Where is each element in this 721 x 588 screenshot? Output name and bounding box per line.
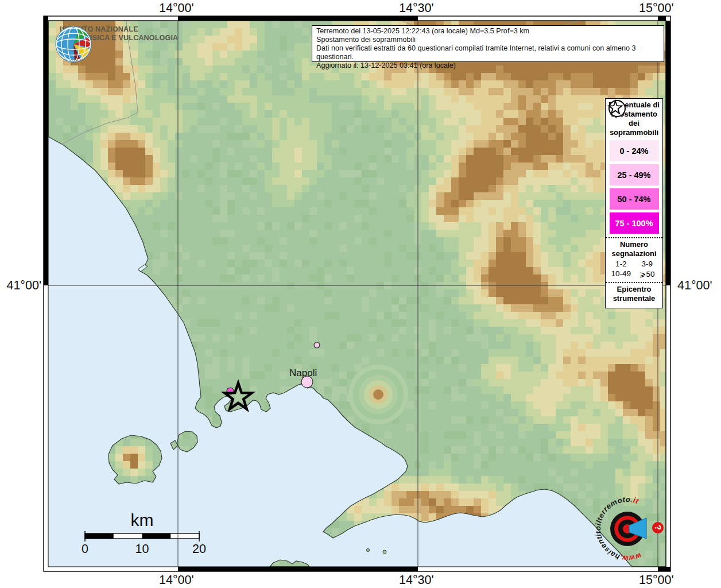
legend-size-class: 10-49 [608, 269, 634, 278]
legend-epicenter-title: Epicentro strumentale [606, 285, 662, 303]
axis-label: 14°30' [399, 573, 434, 587]
info-line-effect: Spostamento dei soprammobili [316, 36, 660, 44]
scale-bar-tick: 20 [192, 542, 206, 556]
report-dot [314, 342, 320, 348]
info-line-updated: Aggiornato il: 13-12-2025 03:41 (ora loc… [316, 61, 660, 70]
axis-label: 14°00' [159, 1, 194, 16]
info-line-source: Dati non verificati estratti da 60 quest… [316, 44, 660, 61]
vesuvius-rings [348, 365, 408, 424]
legend-pct-swatch: 50 - 74% [610, 188, 659, 210]
legend-pct-swatch: 75 - 100% [610, 212, 659, 234]
axis-label: 41°00' [677, 278, 718, 293]
legend-num-title: Numero segnalazioni [606, 240, 662, 258]
legend-size-class: 3-9 [634, 260, 660, 268]
info-line-event: Terremoto del 13-05-2025 12:22:43 (ora l… [316, 27, 660, 36]
legend-size-class: 1-2 [608, 260, 634, 268]
axis-label: 14°30' [399, 1, 434, 16]
legend-size-class: ⩾50 [634, 269, 660, 278]
scale-bar-tick: 0 [82, 542, 88, 556]
islet [383, 550, 386, 554]
scale-bar-unit: km [131, 510, 154, 529]
scale-bar-tick: 10 [135, 542, 149, 556]
legend-pct-swatch: 0 - 24% [610, 140, 659, 161]
islet [367, 549, 370, 552]
legend-panel: Percentuale di spostamento dei soprammob… [605, 98, 663, 308]
city-label: Napoli [289, 368, 317, 379]
event-info-box: Terremoto del 13-05-2025 12:22:43 (ora l… [312, 25, 664, 62]
legend-pct-swatch: 25 - 49% [610, 164, 659, 185]
axis-label: 41°00' [1, 278, 41, 293]
ingv-logo: ISTITUTO NAZIONALE DI GEOFISICA E VULCAN… [55, 25, 178, 42]
axis-label: 15°00' [639, 573, 674, 587]
axis-label: 14°00' [159, 573, 194, 587]
axis-label: 15°00' [639, 1, 674, 16]
map-page: km01020 www.haisentitoilterremoto.it? [0, 0, 721, 588]
ingv-globe-icon [55, 25, 92, 63]
